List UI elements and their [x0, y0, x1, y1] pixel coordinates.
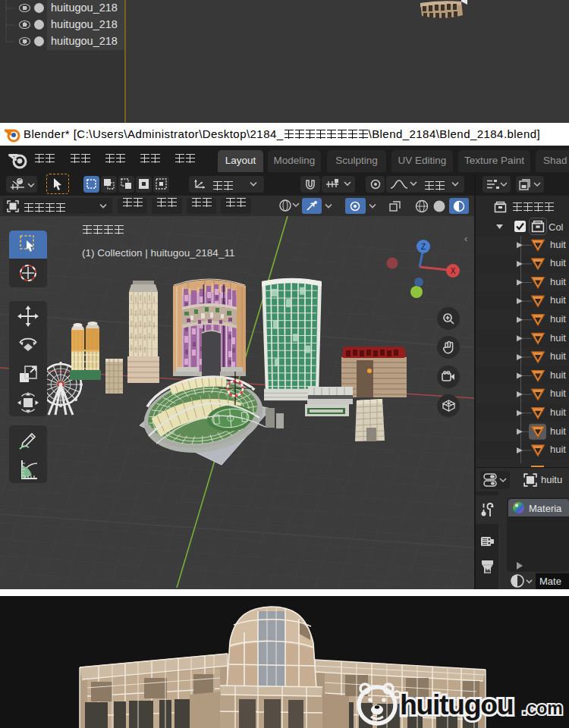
svg-text:huitugou: huitugou [400, 689, 513, 720]
svg-text:.com: .com [522, 698, 563, 718]
svg-text:X: X [451, 267, 456, 275]
svg-text:Z: Z [421, 243, 426, 251]
